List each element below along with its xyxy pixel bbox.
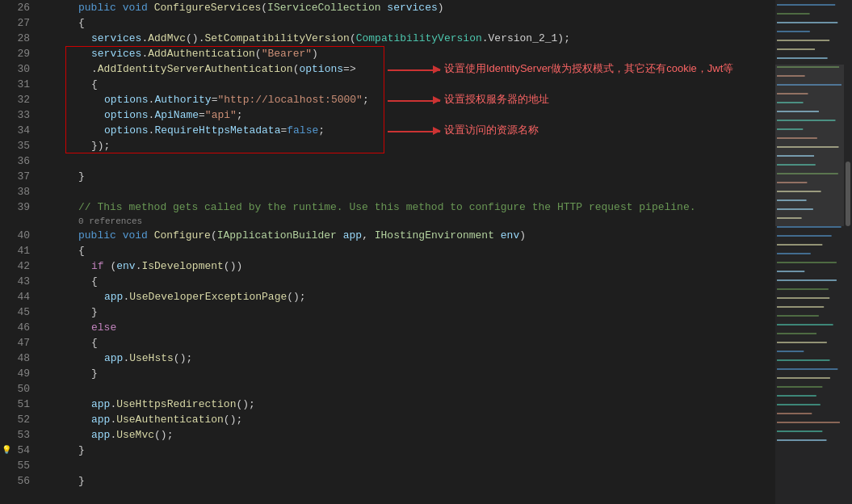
- code-line: services.AddAuthentication("Bearer"): [52, 46, 775, 61]
- code-line: {: [52, 274, 775, 289]
- line-numbers: 2627282930313233343536373839404142434445…: [0, 0, 44, 504]
- code-line: public void Configure(IApplicationBuilde…: [52, 228, 775, 243]
- line-number: 💡54: [0, 443, 36, 458]
- code-line: [52, 153, 775, 169]
- line-number: 43: [0, 274, 36, 289]
- line-number: 33: [0, 107, 36, 123]
- minimap: [775, 0, 844, 504]
- line-number: 56: [0, 473, 36, 489]
- code-line: [52, 381, 775, 397]
- line-number: 53: [0, 427, 36, 443]
- code-line: app.UseHsts();: [52, 351, 775, 366]
- line-number: 34: [0, 123, 36, 138]
- line-number: 50: [0, 381, 36, 397]
- line-number: 27: [0, 15, 36, 31]
- line-number: 47: [0, 335, 36, 351]
- line-number: 51: [0, 397, 36, 412]
- line-number: 32: [0, 92, 36, 107]
- code-line: public void ConfigureServices(IServiceCo…: [52, 0, 775, 15]
- line-number: 35: [0, 138, 36, 153]
- line-number: 55: [0, 458, 36, 473]
- code-line: }: [52, 473, 775, 489]
- code-line: {: [52, 77, 775, 92]
- code-line: app.UseMvc();: [52, 427, 775, 443]
- code-line: app.UseAuthentication();: [52, 412, 775, 427]
- line-number: 28: [0, 31, 36, 46]
- annotation-arrow: [388, 100, 440, 102]
- code-line: {: [52, 15, 775, 31]
- line-number: 40: [0, 228, 36, 243]
- line-number: 36: [0, 153, 36, 169]
- code-line: }: [52, 366, 775, 381]
- line-number: 37: [0, 169, 36, 184]
- code-line: // This method gets called by the runtim…: [52, 200, 775, 215]
- code-line: {: [52, 335, 775, 351]
- line-number: 52: [0, 412, 36, 427]
- minimap-canvas: [775, 0, 844, 504]
- annotation-text: 设置使用IdentityServer做为授权模式，其它还有cookie，Jwt等: [444, 61, 733, 76]
- code-line: else: [52, 320, 775, 335]
- line-number: 31: [0, 77, 36, 92]
- scrollbar-thumb[interactable]: [846, 162, 850, 226]
- code-line: if (env.IsDevelopment()): [52, 258, 775, 274]
- code-line: options.ApiName="api";: [52, 107, 775, 123]
- line-number: 38: [0, 184, 36, 200]
- code-line: app.UseHttpsRedirection();: [52, 397, 775, 412]
- code-area[interactable]: public void ConfigureServices(IServiceCo…: [44, 0, 775, 504]
- line-number: 42: [0, 258, 36, 274]
- line-number: 44: [0, 289, 36, 304]
- code-line: }: [52, 443, 775, 458]
- annotation-arrow: [388, 131, 440, 132]
- line-number: 30: [0, 61, 36, 77]
- code-line: {: [52, 243, 775, 258]
- line-number: 29: [0, 46, 36, 61]
- line-number: 26: [0, 0, 36, 15]
- annotation-text: 设置访问的资源名称: [444, 123, 539, 137]
- line-number: 45: [0, 304, 36, 320]
- annotation-text: 设置授权服务器的地址: [444, 92, 549, 107]
- code-line: }: [52, 304, 775, 320]
- line-number: 49: [0, 366, 36, 381]
- line-number: 39: [0, 200, 36, 215]
- code-line: [52, 184, 775, 200]
- code-line: [52, 458, 775, 473]
- vertical-scrollbar[interactable]: [844, 0, 852, 504]
- code-line: }: [52, 169, 775, 184]
- line-number: 48: [0, 351, 36, 366]
- code-line: services.AddMvc().SetCompatibilityVersio…: [52, 31, 775, 46]
- editor-container: 2627282930313233343536373839404142434445…: [0, 0, 852, 504]
- line-number: 41: [0, 243, 36, 258]
- code-line: app.UseDeveloperExceptionPage();: [52, 289, 775, 304]
- code-line: });: [52, 138, 775, 153]
- annotation-arrow: [388, 69, 440, 71]
- line-number: 46: [0, 320, 36, 335]
